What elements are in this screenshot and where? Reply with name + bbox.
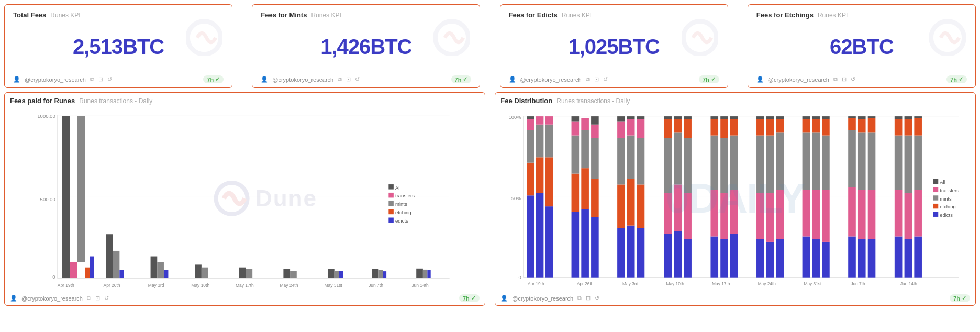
- kpi-author-4: @cryptokoryo_research: [768, 76, 829, 83]
- svg-rect-115: [674, 116, 682, 119]
- svg-rect-95: [617, 116, 625, 121]
- time-badge-3: 7h ✓: [699, 75, 719, 83]
- time-badge-c1: 7h ✓: [459, 294, 480, 302]
- camera-icon-c1[interactable]: ⊡: [95, 295, 100, 302]
- svg-rect-65: [527, 163, 534, 196]
- svg-rect-14: [77, 116, 85, 262]
- svg-rect-66: [527, 130, 534, 163]
- svg-rect-181: [895, 236, 903, 277]
- copy-icon-1[interactable]: ⧉: [90, 76, 94, 83]
- svg-text:Apr 19th: Apr 19th: [58, 283, 74, 288]
- copy-icon-3[interactable]: ⧉: [586, 76, 590, 83]
- chart-area-1: Dune 1000.00 500.00 0: [10, 107, 480, 290]
- svg-rect-72: [536, 116, 544, 125]
- svg-rect-163: [822, 136, 830, 190]
- author-icon-2: 👤: [261, 76, 268, 83]
- svg-text:May 3rd: May 3rd: [148, 283, 164, 288]
- chart-subtitle-2: Runes transactions - Daily: [556, 97, 630, 105]
- author-icon-c2: 👤: [500, 295, 508, 302]
- svg-text:edicts: edicts: [395, 218, 408, 224]
- copy-icon-c1[interactable]: ⧉: [87, 295, 91, 302]
- kpi-title-3: Fees for Edicts: [509, 11, 558, 19]
- svg-text:May 3rd: May 3rd: [622, 281, 638, 286]
- svg-rect-160: [812, 116, 820, 119]
- svg-rect-12: [62, 116, 70, 278]
- author-icon-4: 👤: [756, 76, 764, 83]
- svg-rect-182: [895, 190, 903, 237]
- svg-rect-175: [858, 116, 866, 119]
- refresh-icon-1[interactable]: ↺: [107, 76, 112, 83]
- svg-rect-193: [915, 136, 922, 190]
- svg-rect-80: [572, 122, 580, 136]
- svg-rect-167: [848, 187, 856, 237]
- copy-icon-2[interactable]: ⧉: [338, 76, 342, 83]
- kpi-author-3: @cryptokoryo_research: [520, 76, 582, 83]
- camera-icon-4[interactable]: ⊡: [842, 76, 847, 83]
- svg-point-2: [683, 21, 716, 54]
- camera-icon-2[interactable]: ⊡: [346, 76, 351, 83]
- svg-rect-71: [536, 125, 544, 158]
- svg-rect-180: [868, 116, 876, 118]
- svg-rect-183: [895, 136, 903, 190]
- svg-rect-211: [933, 204, 938, 208]
- svg-rect-51: [388, 201, 394, 206]
- svg-text:May 10th: May 10th: [666, 281, 685, 286]
- svg-rect-27: [283, 269, 290, 278]
- copy-icon-c2[interactable]: ⧉: [577, 295, 582, 302]
- kpi-footer-3: 👤 @cryptokoryo_research ⧉ ⊡ ↺ 7h ✓: [509, 72, 719, 83]
- svg-rect-21: [157, 262, 164, 278]
- svg-rect-191: [915, 236, 922, 277]
- refresh-icon-4[interactable]: ↺: [851, 76, 855, 83]
- refresh-icon-c1[interactable]: ↺: [104, 295, 109, 302]
- svg-text:May 10th: May 10th: [191, 283, 209, 288]
- svg-rect-101: [637, 228, 645, 278]
- svg-rect-84: [582, 130, 589, 168]
- svg-text:mints: mints: [940, 196, 952, 202]
- copy-icon-4[interactable]: ⧉: [833, 76, 838, 83]
- svg-rect-77: [572, 212, 580, 278]
- svg-rect-189: [905, 119, 912, 135]
- svg-rect-150: [776, 116, 784, 119]
- svg-rect-130: [720, 116, 728, 119]
- svg-text:transfers: transfers: [940, 188, 960, 193]
- kpi-author-1: @cryptokoryo_research: [25, 76, 86, 83]
- refresh-icon-c2[interactable]: ↺: [595, 295, 599, 302]
- svg-rect-107: [664, 193, 672, 234]
- svg-rect-18: [113, 251, 120, 278]
- svg-rect-138: [756, 136, 764, 193]
- svg-text:0: 0: [52, 274, 55, 280]
- svg-rect-91: [617, 228, 625, 278]
- svg-rect-88: [591, 138, 599, 179]
- kpi-fees-edicts: Fees for Edicts Runes KPI 1,025BTC 👤 @cr…: [500, 4, 728, 88]
- svg-rect-90: [591, 116, 599, 125]
- svg-rect-25: [239, 268, 246, 278]
- kpi-watermark-4: [929, 19, 966, 56]
- kpi-subtitle-3: Runes KPI: [562, 12, 592, 19]
- svg-rect-144: [766, 119, 774, 135]
- camera-icon-3[interactable]: ⊡: [594, 76, 599, 83]
- svg-rect-34: [383, 271, 386, 278]
- camera-icon-c2[interactable]: ⊡: [586, 295, 591, 302]
- svg-rect-154: [803, 119, 810, 132]
- camera-icon-1[interactable]: ⊡: [98, 76, 103, 83]
- svg-text:etching: etching: [395, 209, 411, 215]
- svg-rect-195: [915, 116, 922, 118]
- kpi-header-2: Fees for Mints Runes KPI: [261, 11, 471, 19]
- svg-text:etching: etching: [940, 204, 956, 209]
- svg-rect-29: [328, 269, 335, 278]
- refresh-icon-2[interactable]: ↺: [355, 76, 360, 83]
- svg-rect-111: [674, 231, 682, 278]
- svg-text:Apr 26th: Apr 26th: [577, 281, 594, 286]
- svg-rect-87: [591, 179, 599, 217]
- svg-rect-75: [545, 125, 553, 158]
- refresh-icon-3[interactable]: ↺: [603, 76, 608, 83]
- svg-text:Jun 14th: Jun 14th: [411, 283, 429, 288]
- svg-rect-97: [627, 179, 635, 226]
- svg-rect-89: [591, 125, 599, 138]
- svg-rect-185: [895, 116, 903, 119]
- svg-rect-67: [527, 119, 534, 130]
- svg-text:Jun 7th: Jun 7th: [851, 281, 866, 286]
- svg-text:All: All: [395, 185, 401, 191]
- svg-rect-133: [730, 136, 738, 190]
- kpi-footer-4: 👤 @cryptokoryo_research ⧉ ⊡ ↺ 7h ✓: [756, 72, 967, 83]
